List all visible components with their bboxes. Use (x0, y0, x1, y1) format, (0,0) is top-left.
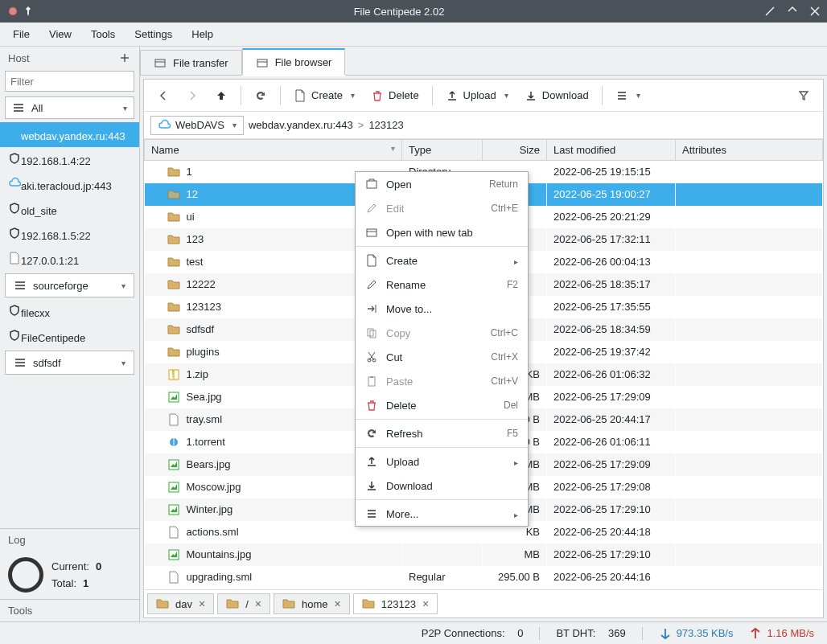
menu-settings[interactable]: Settings (126, 25, 180, 43)
file-name: plugins (187, 346, 220, 358)
download-button[interactable]: Download (518, 86, 595, 105)
nav-forward-button[interactable] (179, 86, 205, 105)
log-section-label[interactable]: Log (0, 528, 139, 551)
breadcrumb: WebDAVS webdav.yandex.ru:443 > 123123 (144, 112, 823, 139)
col-header-modified[interactable]: Last modified (547, 140, 676, 161)
menu-view[interactable]: View (41, 25, 80, 43)
host-item[interactable]: webdav.yandex.ru:443 (0, 122, 139, 147)
tab-file-browser[interactable]: File browser (242, 48, 346, 75)
edit-icon (365, 202, 378, 215)
path-tab[interactable]: 123123× (353, 593, 438, 614)
host-item[interactable]: 127.0.0.1:21 (0, 247, 139, 272)
submenu-arrow-icon (514, 255, 518, 267)
ctx-open-with-new-tab[interactable]: Open with new tab (356, 220, 528, 244)
nav-up-button[interactable] (208, 86, 234, 105)
col-header-attributes[interactable]: Attributes (676, 140, 823, 161)
file-name: 1.zip (187, 368, 208, 380)
torrent-icon (167, 436, 180, 449)
p2p-label: P2P Connections: (422, 627, 505, 639)
file-name: Mountains.jpg (187, 548, 252, 560)
ctx-cut[interactable]: CutCtrl+X (356, 345, 528, 369)
file-name: 12222 (187, 278, 216, 290)
upload-button[interactable]: Upload (439, 86, 515, 105)
col-header-size[interactable]: Size (483, 140, 547, 161)
nav-back-button[interactable] (150, 86, 176, 105)
ctx-move-to-[interactable]: Move to... (356, 297, 528, 321)
protocol-dropdown[interactable]: WebDAVS (150, 116, 244, 135)
menu-help[interactable]: Help (183, 25, 221, 43)
path-tab[interactable]: dav× (147, 593, 214, 614)
ctx-delete[interactable]: DeleteDel (356, 393, 528, 417)
cloud-icon (8, 177, 21, 190)
ctx-refresh[interactable]: RefreshF5 (356, 421, 528, 445)
delete-button[interactable]: Delete (364, 86, 426, 105)
host-item[interactable]: aki.teracloud.jp:443 (0, 172, 139, 197)
path-tab[interactable]: home× (274, 593, 350, 614)
path-tab-label: home (302, 598, 328, 610)
view-options-button[interactable] (609, 86, 647, 105)
close-tab-button[interactable]: × (255, 597, 261, 610)
refresh-button[interactable] (248, 86, 274, 105)
ctx-shortcut: Ctrl+X (491, 351, 518, 363)
p2p-value: 0 (517, 627, 523, 639)
menu-tools[interactable]: Tools (83, 25, 123, 43)
file-modified: 2022-06-25 17:29:09 (547, 453, 676, 476)
file-attributes (676, 273, 823, 296)
ctx-create[interactable]: Create (356, 248, 528, 273)
ctx-upload[interactable]: Upload (356, 449, 528, 474)
ctx-rename[interactable]: RenameF2 (356, 273, 528, 297)
create-icon (365, 254, 378, 267)
breadcrumb-part[interactable]: 123123 (368, 119, 403, 131)
path-tab[interactable]: /× (217, 593, 270, 614)
host-item[interactable]: 192.168.1.5:22 (0, 222, 139, 247)
maximize-button[interactable] (787, 6, 798, 17)
ctx-download[interactable]: Download (356, 474, 528, 498)
host-filter-input[interactable] (5, 71, 134, 92)
submenu-arrow-icon (514, 508, 518, 520)
file-modified: 2022-06-25 20:44:17 (547, 408, 676, 431)
image-icon (167, 503, 180, 516)
host-item[interactable]: 192.168.1.4:22 (0, 147, 139, 172)
tab-file-transfer[interactable]: File transfer (140, 50, 242, 75)
path-tab-label: / (245, 598, 249, 610)
table-row[interactable]: upgrading.smlRegular295.00 B2022-06-25 2… (145, 566, 823, 589)
file-attributes (676, 566, 823, 589)
table-row[interactable]: Mountains.jpgMB2022-06-25 17:29:10 (145, 544, 823, 566)
more-icon (365, 507, 378, 520)
file-modified: 2022-06-26 00:04:13 (547, 251, 676, 273)
folder-icon (167, 323, 180, 336)
pin-icon[interactable] (23, 6, 34, 17)
host-item[interactable]: sdfsdf▾ (5, 351, 134, 375)
ctx-more-[interactable]: More... (356, 502, 528, 526)
upload-icon (365, 455, 378, 468)
host-category-dropdown[interactable]: All ▾ (5, 96, 134, 119)
close-tab-button[interactable]: × (422, 597, 429, 610)
add-host-button[interactable] (118, 51, 131, 64)
host-item[interactable]: FileCentipede (0, 324, 139, 349)
host-item[interactable]: sourceforge▾ (5, 273, 134, 297)
host-item[interactable]: old_site (0, 197, 139, 222)
minimize-button[interactable] (764, 6, 776, 17)
file-table-container[interactable]: Name▾ Type Size Last modified Attributes… (144, 139, 823, 589)
host-label: aki.teracloud.jp:443 (21, 180, 112, 192)
col-header-type[interactable]: Type (402, 140, 483, 161)
close-tab-button[interactable]: × (199, 597, 205, 610)
file-icon (167, 526, 180, 539)
current-label: Current: (51, 560, 89, 572)
create-button[interactable]: Create (287, 86, 361, 105)
shield-icon (8, 227, 21, 240)
filter-button[interactable] (791, 86, 817, 105)
tools-section-label[interactable]: Tools (0, 599, 139, 621)
close-button[interactable] (809, 6, 821, 17)
host-item[interactable]: filecxx (0, 299, 139, 324)
group-icon (14, 279, 27, 292)
menu-file[interactable]: File (5, 25, 38, 43)
breadcrumb-part[interactable]: webdav.yandex.ru:443 (249, 119, 353, 131)
col-header-name[interactable]: Name▾ (145, 140, 402, 161)
ctx-open[interactable]: OpenReturn (356, 172, 528, 196)
host-label: old_site (21, 205, 57, 217)
file-attributes (676, 476, 823, 498)
host-label: 192.168.1.5:22 (21, 230, 91, 242)
progress-ring-icon (8, 557, 43, 593)
close-tab-button[interactable]: × (335, 597, 341, 610)
